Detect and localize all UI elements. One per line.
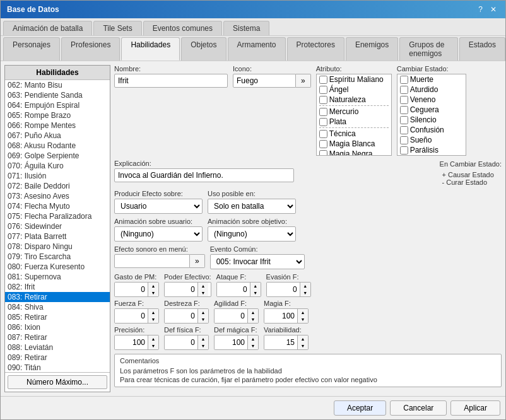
- skill-item[interactable]: 063: Pendiente Sanda: [5, 90, 110, 100]
- state-item[interactable]: Sueño: [397, 135, 466, 145]
- tab-second-armamento[interactable]: Armamento: [228, 37, 286, 61]
- state-checkbox[interactable]: [400, 136, 408, 144]
- skill-item[interactable]: 075: Flecha Paralizadora: [5, 211, 110, 221]
- ataque-f-down[interactable]: ▼: [250, 289, 261, 296]
- numero-maximo-button[interactable]: Número Máximo...: [8, 375, 107, 389]
- skill-item[interactable]: 067: Puño Akua: [5, 131, 110, 141]
- attr-checkbox[interactable]: [319, 108, 327, 116]
- anim-usuario-select[interactable]: (Ninguno): [114, 226, 203, 242]
- poder-efectivo-spinbox[interactable]: ▲ ▼: [164, 282, 211, 297]
- tab-top-tile-sets[interactable]: Tile Sets: [93, 21, 141, 35]
- variabilidad-input[interactable]: [264, 335, 297, 349]
- precision-up[interactable]: ▲: [148, 335, 158, 342]
- poder-efectivo-down[interactable]: ▼: [198, 289, 208, 296]
- skill-item[interactable]: 082: Ifrit: [5, 282, 110, 292]
- skill-item[interactable]: 087: Retirar: [5, 332, 110, 342]
- attr-checkbox[interactable]: [319, 86, 327, 94]
- skill-item[interactable]: 081: Supernova: [5, 272, 110, 282]
- icono-button[interactable]: »: [296, 74, 311, 88]
- state-item[interactable]: Ceguera: [397, 105, 466, 115]
- state-checkbox[interactable]: [400, 76, 408, 84]
- skill-item[interactable]: 085: Retirar: [5, 312, 110, 322]
- uso-select[interactable]: Solo en batalla Solo en mapa Siempre: [208, 199, 296, 214]
- tab-second-grupos-de-enemigos[interactable]: Grupos de enemigos: [399, 37, 457, 61]
- tab-top-sistema[interactable]: Sistema: [223, 21, 269, 35]
- attr-item[interactable]: Espíritu Maliano: [317, 74, 391, 85]
- skill-item[interactable]: 068: Akusu Rodante: [5, 141, 110, 151]
- skills-list[interactable]: 062: Manto Bisu063: Pendiente Sanda064: …: [5, 80, 110, 372]
- evasion-f-up[interactable]: ▲: [300, 283, 310, 289]
- def-fisica-spinbox[interactable]: ▲ ▼: [164, 335, 209, 350]
- destreza-f-spinbox[interactable]: ▲ ▼: [164, 308, 209, 324]
- ataque-f-spinbox[interactable]: ▲ ▼: [216, 282, 261, 297]
- state-checkbox[interactable]: [400, 126, 408, 134]
- fuerza-f-up[interactable]: ▲: [148, 309, 158, 316]
- state-checkbox[interactable]: [400, 106, 408, 114]
- tab-second-enemigos[interactable]: Enemigos: [346, 37, 398, 61]
- ataque-f-input[interactable]: [217, 283, 250, 296]
- skill-item[interactable]: 070: Águila Kuro: [5, 161, 110, 171]
- state-item[interactable]: Muerte: [397, 74, 466, 85]
- skill-item[interactable]: 086: Ixion: [5, 322, 110, 332]
- skill-item[interactable]: 088: Leviatán: [5, 342, 110, 353]
- def-magica-up[interactable]: ▲: [248, 335, 258, 342]
- tab-second-profesiones[interactable]: Profesiones: [61, 37, 120, 61]
- skill-item[interactable]: 077: Plata Barrett: [5, 231, 110, 242]
- def-fisica-input[interactable]: [165, 335, 197, 349]
- skill-item[interactable]: 084: Shiva: [5, 302, 110, 312]
- skill-item[interactable]: 069: Golpe Serpiente: [5, 151, 110, 161]
- magia-f-down[interactable]: ▼: [298, 316, 308, 323]
- attr-item[interactable]: Mercurio: [317, 107, 391, 117]
- help-button[interactable]: ?: [476, 5, 485, 14]
- magia-f-spinbox[interactable]: ▲ ▼: [264, 308, 309, 324]
- state-item[interactable]: Silencio: [397, 115, 466, 125]
- attr-item[interactable]: Plata: [317, 117, 391, 127]
- evasion-f-input[interactable]: [267, 283, 300, 296]
- tab-second-personajes[interactable]: Personajes: [3, 37, 60, 61]
- state-item[interactable]: Parálisis: [397, 145, 466, 155]
- attr-item[interactable]: Técnica: [317, 129, 391, 139]
- evasion-f-spinbox[interactable]: ▲ ▼: [266, 282, 311, 297]
- attr-item[interactable]: Magia Negra: [317, 149, 391, 156]
- poder-efectivo-up[interactable]: ▲: [198, 283, 208, 289]
- state-item[interactable]: Debilidad: [397, 155, 466, 156]
- tab-second-protectores[interactable]: Protectores: [287, 37, 344, 61]
- def-fisica-down[interactable]: ▼: [198, 342, 208, 349]
- skill-item[interactable]: 083: Retirar: [5, 292, 110, 302]
- curar-estado-option[interactable]: - Curar Estado: [440, 178, 502, 186]
- gasto-pm-input[interactable]: [115, 283, 148, 296]
- estado-list[interactable]: MuerteAturdidoVenenoCegueraSilencioConfu…: [397, 74, 466, 156]
- skill-item[interactable]: 064: Empujón Espiral: [5, 100, 110, 110]
- skill-item[interactable]: 076: Sidewinder: [5, 221, 110, 231]
- evasion-f-down[interactable]: ▼: [300, 289, 310, 296]
- tab-second-estados[interactable]: Estados: [459, 37, 505, 61]
- explicacion-input[interactable]: [114, 168, 294, 182]
- ataque-f-up[interactable]: ▲: [250, 283, 261, 289]
- precision-spinbox[interactable]: ▲ ▼: [114, 335, 159, 350]
- causar-estado-option[interactable]: + Causar Estado: [440, 171, 502, 178]
- icono-input[interactable]: [233, 74, 296, 88]
- skill-item[interactable]: 079: Tiro Escarcha: [5, 252, 110, 262]
- def-fisica-up[interactable]: ▲: [198, 335, 208, 342]
- attr-checkbox[interactable]: [319, 130, 327, 138]
- def-magica-down[interactable]: ▼: [248, 342, 258, 349]
- def-magica-input[interactable]: [215, 335, 247, 349]
- skill-item[interactable]: 073: Asesino Aves: [5, 191, 110, 201]
- aplicar-button[interactable]: Aplicar: [450, 400, 500, 416]
- skill-item[interactable]: 080: Fuerza Kuresento: [5, 262, 110, 272]
- agilidad-f-down[interactable]: ▼: [248, 316, 258, 323]
- cancelar-button[interactable]: Cancelar: [390, 400, 447, 416]
- close-button[interactable]: ✕: [488, 5, 499, 14]
- skill-item[interactable]: 074: Flecha Myuto: [5, 201, 110, 211]
- variabilidad-down[interactable]: ▼: [298, 342, 308, 349]
- tab-top-eventos-comunes[interactable]: Eventos comunes: [143, 21, 222, 35]
- magia-f-up[interactable]: ▲: [298, 309, 308, 316]
- evento-select[interactable]: 005: Invocar Ifrit: [210, 254, 305, 269]
- state-item[interactable]: Confusión: [397, 125, 466, 135]
- producir-select[interactable]: Usuario Enemigo Aliado: [114, 199, 203, 214]
- efecto-sonoro-button[interactable]: »: [190, 254, 205, 268]
- state-checkbox[interactable]: [400, 86, 408, 94]
- state-item[interactable]: Veneno: [397, 95, 466, 105]
- tab-top-animación-de-batalla[interactable]: Animación de batalla: [3, 21, 92, 35]
- attr-checkbox[interactable]: [319, 76, 327, 84]
